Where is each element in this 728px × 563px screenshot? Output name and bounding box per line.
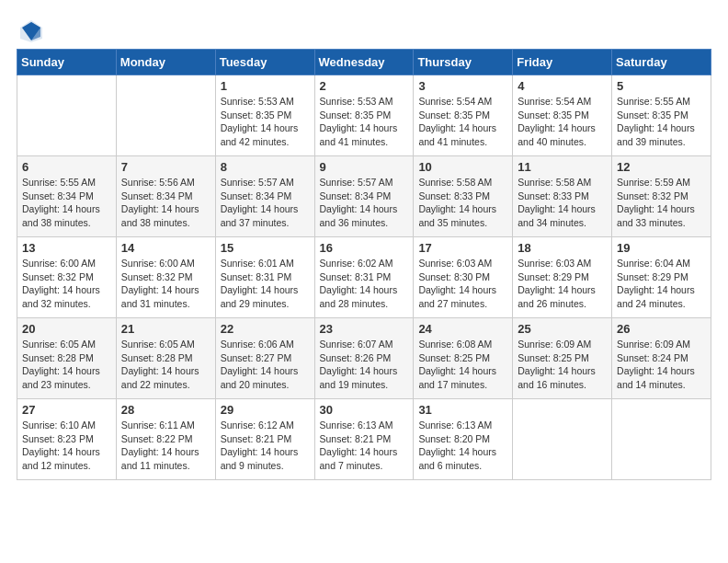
calendar-cell: 28Sunrise: 6:11 AMSunset: 8:22 PMDayligh…	[116, 399, 215, 480]
calendar-cell: 19Sunrise: 6:04 AMSunset: 8:29 PMDayligh…	[612, 237, 711, 318]
cell-info: Sunrise: 5:54 AMSunset: 8:35 PMDaylight:…	[518, 95, 607, 149]
logo	[18, 18, 48, 44]
weekday-header-monday: Monday	[116, 50, 215, 75]
weekday-row: SundayMondayTuesdayWednesdayThursdayFrid…	[17, 50, 711, 75]
calendar-cell: 6Sunrise: 5:55 AMSunset: 8:34 PMDaylight…	[17, 156, 117, 237]
calendar-week-3: 13Sunrise: 6:00 AMSunset: 8:32 PMDayligh…	[17, 237, 711, 318]
cell-info: Sunrise: 5:54 AMSunset: 8:35 PMDaylight:…	[418, 95, 507, 149]
calendar-cell: 25Sunrise: 6:09 AMSunset: 8:25 PMDayligh…	[513, 318, 612, 399]
header	[9, 9, 719, 49]
cell-day-number: 10	[418, 160, 507, 174]
calendar-cell: 4Sunrise: 5:54 AMSunset: 8:35 PMDaylight…	[513, 75, 612, 156]
calendar-cell: 24Sunrise: 6:08 AMSunset: 8:25 PMDayligh…	[414, 318, 513, 399]
cell-day-number: 9	[320, 160, 409, 174]
calendar-cell: 11Sunrise: 5:58 AMSunset: 8:33 PMDayligh…	[513, 156, 612, 237]
cell-day-number: 29	[221, 403, 310, 417]
calendar-cell: 17Sunrise: 6:03 AMSunset: 8:30 PMDayligh…	[414, 237, 513, 318]
cell-info: Sunrise: 6:02 AMSunset: 8:31 PMDaylight:…	[320, 257, 409, 311]
cell-info: Sunrise: 6:04 AMSunset: 8:29 PMDaylight:…	[617, 257, 706, 311]
cell-day-number: 26	[617, 322, 706, 336]
cell-day-number: 4	[518, 79, 607, 93]
cell-day-number: 14	[121, 241, 210, 255]
calendar-cell: 18Sunrise: 6:03 AMSunset: 8:29 PMDayligh…	[513, 237, 612, 318]
calendar-cell: 10Sunrise: 5:58 AMSunset: 8:33 PMDayligh…	[414, 156, 513, 237]
calendar-header: SundayMondayTuesdayWednesdayThursdayFrid…	[17, 50, 711, 75]
cell-day-number: 30	[320, 403, 409, 417]
calendar-cell: 31Sunrise: 6:13 AMSunset: 8:20 PMDayligh…	[414, 399, 513, 480]
calendar-cell: 9Sunrise: 5:57 AMSunset: 8:34 PMDaylight…	[314, 156, 414, 237]
cell-info: Sunrise: 5:53 AMSunset: 8:35 PMDaylight:…	[320, 95, 409, 149]
cell-day-number: 22	[221, 322, 310, 336]
cell-info: Sunrise: 5:55 AMSunset: 8:35 PMDaylight:…	[617, 95, 706, 149]
calendar-cell	[612, 399, 711, 480]
logo-icon	[18, 18, 44, 44]
cell-info: Sunrise: 5:53 AMSunset: 8:35 PMDaylight:…	[221, 95, 310, 149]
cell-info: Sunrise: 5:56 AMSunset: 8:34 PMDaylight:…	[121, 176, 210, 230]
cell-day-number: 27	[22, 403, 111, 417]
cell-day-number: 18	[518, 241, 607, 255]
calendar-cell	[116, 75, 215, 156]
calendar-cell: 14Sunrise: 6:00 AMSunset: 8:32 PMDayligh…	[116, 237, 215, 318]
cell-info: Sunrise: 5:57 AMSunset: 8:34 PMDaylight:…	[320, 176, 409, 230]
cell-info: Sunrise: 6:03 AMSunset: 8:29 PMDaylight:…	[518, 257, 607, 311]
cell-day-number: 31	[418, 403, 507, 417]
cell-day-number: 3	[418, 79, 507, 93]
calendar-week-1: 1Sunrise: 5:53 AMSunset: 8:35 PMDaylight…	[17, 75, 711, 156]
cell-info: Sunrise: 6:12 AMSunset: 8:21 PMDaylight:…	[221, 419, 310, 473]
calendar-cell: 22Sunrise: 6:06 AMSunset: 8:27 PMDayligh…	[215, 318, 314, 399]
weekday-header-saturday: Saturday	[612, 50, 711, 75]
weekday-header-tuesday: Tuesday	[215, 50, 314, 75]
calendar-table: SundayMondayTuesdayWednesdayThursdayFrid…	[17, 49, 711, 480]
cell-info: Sunrise: 6:09 AMSunset: 8:24 PMDaylight:…	[617, 338, 706, 392]
calendar-cell: 8Sunrise: 5:57 AMSunset: 8:34 PMDaylight…	[215, 156, 314, 237]
cell-info: Sunrise: 6:13 AMSunset: 8:20 PMDaylight:…	[418, 419, 507, 473]
calendar-cell: 15Sunrise: 6:01 AMSunset: 8:31 PMDayligh…	[215, 237, 314, 318]
cell-info: Sunrise: 6:07 AMSunset: 8:26 PMDaylight:…	[320, 338, 409, 392]
cell-day-number: 13	[22, 241, 111, 255]
calendar-cell: 29Sunrise: 6:12 AMSunset: 8:21 PMDayligh…	[215, 399, 314, 480]
cell-day-number: 12	[617, 160, 706, 174]
calendar-cell: 12Sunrise: 5:59 AMSunset: 8:32 PMDayligh…	[612, 156, 711, 237]
cell-info: Sunrise: 6:13 AMSunset: 8:21 PMDaylight:…	[320, 419, 409, 473]
cell-day-number: 5	[617, 79, 706, 93]
calendar-week-2: 6Sunrise: 5:55 AMSunset: 8:34 PMDaylight…	[17, 156, 711, 237]
cell-day-number: 25	[518, 322, 607, 336]
calendar-cell: 30Sunrise: 6:13 AMSunset: 8:21 PMDayligh…	[314, 399, 414, 480]
calendar-cell: 5Sunrise: 5:55 AMSunset: 8:35 PMDaylight…	[612, 75, 711, 156]
calendar-cell: 7Sunrise: 5:56 AMSunset: 8:34 PMDaylight…	[116, 156, 215, 237]
cell-info: Sunrise: 6:00 AMSunset: 8:32 PMDaylight:…	[121, 257, 210, 311]
cell-info: Sunrise: 6:05 AMSunset: 8:28 PMDaylight:…	[22, 338, 111, 392]
weekday-header-wednesday: Wednesday	[314, 50, 414, 75]
calendar-wrapper: SundayMondayTuesdayWednesdayThursdayFrid…	[9, 49, 719, 488]
cell-info: Sunrise: 5:55 AMSunset: 8:34 PMDaylight:…	[22, 176, 111, 230]
calendar-cell	[17, 75, 117, 156]
calendar-body: 1Sunrise: 5:53 AMSunset: 8:35 PMDaylight…	[17, 75, 711, 480]
cell-info: Sunrise: 6:06 AMSunset: 8:27 PMDaylight:…	[221, 338, 310, 392]
calendar-cell: 1Sunrise: 5:53 AMSunset: 8:35 PMDaylight…	[215, 75, 314, 156]
cell-info: Sunrise: 6:01 AMSunset: 8:31 PMDaylight:…	[221, 257, 310, 311]
cell-info: Sunrise: 5:58 AMSunset: 8:33 PMDaylight:…	[518, 176, 607, 230]
cell-day-number: 20	[22, 322, 111, 336]
cell-day-number: 6	[22, 160, 111, 174]
weekday-header-thursday: Thursday	[414, 50, 513, 75]
cell-day-number: 1	[221, 79, 310, 93]
cell-day-number: 7	[121, 160, 210, 174]
cell-day-number: 24	[418, 322, 507, 336]
calendar-cell: 13Sunrise: 6:00 AMSunset: 8:32 PMDayligh…	[17, 237, 117, 318]
cell-info: Sunrise: 6:03 AMSunset: 8:30 PMDaylight:…	[418, 257, 507, 311]
calendar-cell: 16Sunrise: 6:02 AMSunset: 8:31 PMDayligh…	[314, 237, 414, 318]
calendar-cell: 26Sunrise: 6:09 AMSunset: 8:24 PMDayligh…	[612, 318, 711, 399]
calendar-cell	[513, 399, 612, 480]
cell-day-number: 15	[221, 241, 310, 255]
cell-info: Sunrise: 5:57 AMSunset: 8:34 PMDaylight:…	[221, 176, 310, 230]
cell-day-number: 2	[320, 79, 409, 93]
calendar-cell: 3Sunrise: 5:54 AMSunset: 8:35 PMDaylight…	[414, 75, 513, 156]
cell-info: Sunrise: 6:05 AMSunset: 8:28 PMDaylight:…	[121, 338, 210, 392]
calendar-cell: 2Sunrise: 5:53 AMSunset: 8:35 PMDaylight…	[314, 75, 414, 156]
calendar-cell: 23Sunrise: 6:07 AMSunset: 8:26 PMDayligh…	[314, 318, 414, 399]
cell-day-number: 19	[617, 241, 706, 255]
cell-info: Sunrise: 5:59 AMSunset: 8:32 PMDaylight:…	[617, 176, 706, 230]
calendar-cell: 20Sunrise: 6:05 AMSunset: 8:28 PMDayligh…	[17, 318, 117, 399]
cell-day-number: 8	[221, 160, 310, 174]
cell-day-number: 11	[518, 160, 607, 174]
